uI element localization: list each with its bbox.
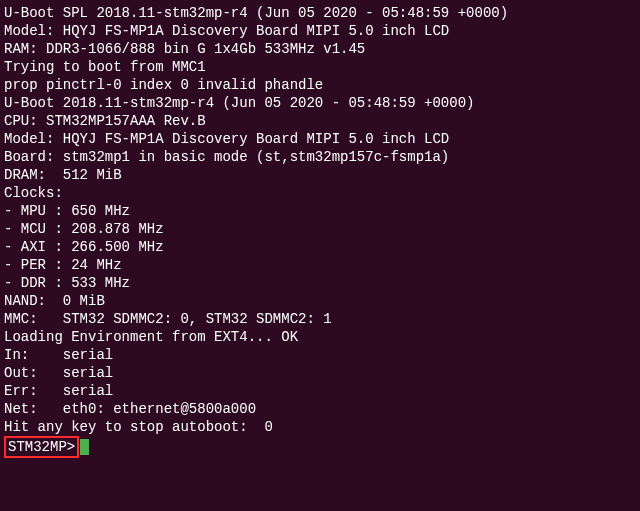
boot-line: Clocks: [4, 184, 636, 202]
boot-line: - PER : 24 MHz [4, 256, 636, 274]
boot-line: RAM: DDR3-1066/888 bin G 1x4Gb 533MHz v1… [4, 40, 636, 58]
prompt-text: STM32MP> [8, 439, 75, 455]
boot-line: Hit any key to stop autoboot: 0 [4, 418, 636, 436]
boot-line: U-Boot SPL 2018.11-stm32mp-r4 (Jun 05 20… [4, 4, 636, 22]
boot-line: - DDR : 533 MHz [4, 274, 636, 292]
boot-line: Model: HQYJ FS-MP1A Discovery Board MIPI… [4, 130, 636, 148]
boot-line: Loading Environment from EXT4... OK [4, 328, 636, 346]
boot-line: In: serial [4, 346, 636, 364]
boot-line: NAND: 0 MiB [4, 292, 636, 310]
boot-line: DRAM: 512 MiB [4, 166, 636, 184]
boot-line: Net: eth0: ethernet@5800a000 [4, 400, 636, 418]
boot-line: - MPU : 650 MHz [4, 202, 636, 220]
boot-line: Model: HQYJ FS-MP1A Discovery Board MIPI… [4, 22, 636, 40]
boot-line: Err: serial [4, 382, 636, 400]
boot-line: - AXI : 266.500 MHz [4, 238, 636, 256]
boot-line: Board: stm32mp1 in basic mode (st,stm32m… [4, 148, 636, 166]
boot-line: CPU: STM32MP157AAA Rev.B [4, 112, 636, 130]
prompt-highlight-box: STM32MP> [4, 436, 79, 458]
boot-line: prop pinctrl-0 index 0 invalid phandle [4, 76, 636, 94]
boot-line: Trying to boot from MMC1 [4, 58, 636, 76]
boot-line: Out: serial [4, 364, 636, 382]
prompt-line[interactable]: STM32MP> [4, 436, 89, 458]
terminal-output: U-Boot SPL 2018.11-stm32mp-r4 (Jun 05 20… [4, 4, 636, 458]
boot-line: U-Boot 2018.11-stm32mp-r4 (Jun 05 2020 -… [4, 94, 636, 112]
boot-line: - MCU : 208.878 MHz [4, 220, 636, 238]
boot-line: MMC: STM32 SDMMC2: 0, STM32 SDMMC2: 1 [4, 310, 636, 328]
cursor [80, 439, 89, 455]
